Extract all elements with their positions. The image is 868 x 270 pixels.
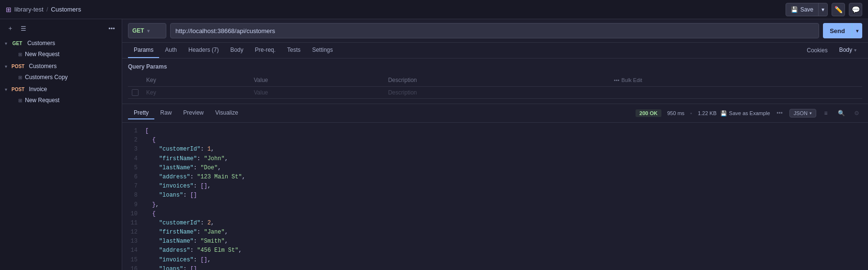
topbar-left: ⊞ library-test / Customers <box>6 6 81 13</box>
topbar: ⊞ library-test / Customers 💾 Save ▾ ✏️ 💬 <box>0 0 868 19</box>
response-time: 950 ms <box>667 110 684 116</box>
request-tabs: Params Auth Headers (7) Body Pre-req. Te… <box>122 43 868 59</box>
tab-auth[interactable]: Auth <box>159 43 183 58</box>
send-button-arrow[interactable]: ▾ <box>852 23 862 38</box>
main-layout: ＋ ☰ ••• ▾ GET Customers ⊞ New Request ▾ <box>0 19 868 270</box>
format-label: JSON <box>794 110 808 116</box>
key-cell[interactable]: Key <box>142 87 250 99</box>
sidebar-actions: ＋ ☰ <box>5 23 29 34</box>
response-meta: 200 OK 950 ms • 1.22 KB <box>636 109 717 117</box>
method-badge-get: GET <box>10 40 25 47</box>
format-arrow: ▾ <box>810 111 812 116</box>
save-as-example-button[interactable]: 💾 Save as Example <box>720 110 770 117</box>
method-select[interactable]: GET ▾ <box>128 23 166 38</box>
line-numbers: 123456789101112131415161718192021 <box>122 123 141 270</box>
params-col-description: Description <box>384 74 607 87</box>
desc-cell[interactable]: Description <box>384 87 607 99</box>
collection-post-customers-items: ⊞ Customers Copy <box>0 72 122 82</box>
tab-settings[interactable]: Settings <box>306 43 338 58</box>
content-area: GET ▾ Send ▾ Params Auth Headers (7) Bod… <box>122 19 868 270</box>
topbar-right: 💾 Save ▾ ✏️ 💬 <box>786 3 862 16</box>
response-body: 123456789101112131415161718192021 [ { "c… <box>122 123 868 270</box>
status-badge: 200 OK <box>636 109 661 117</box>
tab-prereq[interactable]: Pre-req. <box>249 43 281 58</box>
row-checkbox[interactable] <box>132 89 139 96</box>
resp-tab-raw[interactable]: Raw <box>154 107 177 119</box>
settings-icon-button[interactable]: ⚙ <box>851 107 862 119</box>
search-icon-button[interactable]: 🔍 <box>835 107 847 119</box>
body-tab-button[interactable]: Body ▾ <box>833 43 862 58</box>
method-badge-post-invoice: POST <box>10 86 26 93</box>
body-tab-label: Body <box>839 47 852 53</box>
resp-tab-preview[interactable]: Preview <box>177 107 209 119</box>
params-area: Query Params Key Value Description ••• B… <box>122 59 868 104</box>
send-button[interactable]: Send ▾ <box>823 23 862 38</box>
params-col-actions: ••• Bulk Edit <box>607 74 862 87</box>
collection-post-invoice-label: Invoice <box>29 86 47 93</box>
response-panel: Pretty Raw Preview Visualize 200 OK 950 … <box>122 104 868 270</box>
cookies-button[interactable]: Cookies <box>801 43 833 58</box>
save-as-example-label: Save as Example <box>729 110 770 116</box>
params-col-key: Key <box>142 74 250 87</box>
tab-headers[interactable]: Headers (7) <box>183 43 224 58</box>
response-size: 1.22 KB <box>698 110 717 116</box>
collection-header-get-customers[interactable]: ▾ GET Customers <box>0 37 122 49</box>
save-button-main[interactable]: 💾 Save <box>786 3 819 16</box>
resp-tab-pretty[interactable]: Pretty <box>128 107 154 119</box>
resp-tab-visualize[interactable]: Visualize <box>209 107 244 119</box>
collection-get-customers-items: ⊞ New Request <box>0 49 122 59</box>
format-select[interactable]: JSON ▾ <box>789 109 816 117</box>
edit-icon-button[interactable]: ✏️ <box>832 3 845 16</box>
file-icon: ⊞ <box>18 52 22 57</box>
add-icon-button[interactable]: ＋ <box>5 23 15 34</box>
url-input[interactable] <box>170 23 819 38</box>
bulk-edit-button[interactable]: ••• Bulk Edit <box>611 76 858 84</box>
body-tab-chevron: ▾ <box>854 47 856 53</box>
params-col-value: Value <box>250 74 384 87</box>
collection-header-post-invoice[interactable]: ▾ POST Invoice <box>0 83 122 95</box>
value-cell[interactable]: Value <box>250 87 384 99</box>
sub-item-label: Customers Copy <box>25 74 68 81</box>
tab-tests[interactable]: Tests <box>281 43 306 58</box>
breadcrumb: ⊞ library-test / Customers <box>6 6 81 13</box>
more-options-button[interactable]: ••• <box>774 107 786 119</box>
save-icon: 💾 <box>720 110 727 117</box>
chevron-icon: ▾ <box>5 64 7 69</box>
sidebar-item-new-request-1[interactable]: ⊞ New Request <box>4 49 122 59</box>
response-tabs: Pretty Raw Preview Visualize <box>128 107 244 119</box>
more-icon: ••• <box>614 77 620 83</box>
sub-item-label: New Request <box>25 97 59 104</box>
breadcrumb-separator: / <box>46 6 48 13</box>
grid-icon: ⊞ <box>6 6 12 13</box>
collection-group-post-customers: ▾ POST Customers ⊞ Customers Copy <box>0 60 122 82</box>
collection-get-customers-label: Customers <box>27 40 55 47</box>
breadcrumb-collection[interactable]: library-test <box>14 6 44 13</box>
collection-group-get-customers: ▾ GET Customers ⊞ New Request <box>0 37 122 59</box>
align-icon-button[interactable]: ≡ <box>820 107 832 119</box>
save-button[interactable]: 💾 Save ▾ <box>786 3 828 16</box>
bulk-edit-label: Bulk Edit <box>621 77 642 83</box>
params-table: Key Value Description ••• Bulk Edit <box>128 74 862 99</box>
tab-body[interactable]: Body <box>224 43 249 58</box>
method-dropdown-arrow: ▾ <box>147 28 150 34</box>
more-icon-button[interactable]: ••• <box>106 23 117 34</box>
collection-post-customers-label: Customers <box>29 63 57 70</box>
collection-group-post-invoice: ▾ POST Invoice ⊞ New Request <box>0 83 122 106</box>
tab-params[interactable]: Params <box>128 43 159 58</box>
file-icon: ⊞ <box>18 75 22 80</box>
send-button-main[interactable]: Send <box>823 23 852 38</box>
sidebar: ＋ ☰ ••• ▾ GET Customers ⊞ New Request ▾ <box>0 19 122 270</box>
collection-header-post-customers[interactable]: ▾ POST Customers <box>0 60 122 72</box>
method-label: GET <box>132 27 144 34</box>
chevron-icon: ▾ <box>5 41 7 46</box>
sidebar-item-customers-copy[interactable]: ⊞ Customers Copy <box>4 72 122 82</box>
method-badge-post: POST <box>10 63 26 70</box>
json-content: [ { "customerId": 1, "firstName": "John"… <box>141 123 868 270</box>
save-dropdown-arrow[interactable]: ▾ <box>819 3 827 16</box>
sidebar-top: ＋ ☰ ••• <box>0 19 122 37</box>
sidebar-item-new-request-2[interactable]: ⊞ New Request <box>4 95 122 106</box>
filter-icon-button[interactable]: ☰ <box>18 23 29 34</box>
file-icon: ⊞ <box>18 98 22 103</box>
params-placeholder-row: Key Value Description <box>128 87 862 99</box>
chat-icon-button[interactable]: 💬 <box>849 3 862 16</box>
